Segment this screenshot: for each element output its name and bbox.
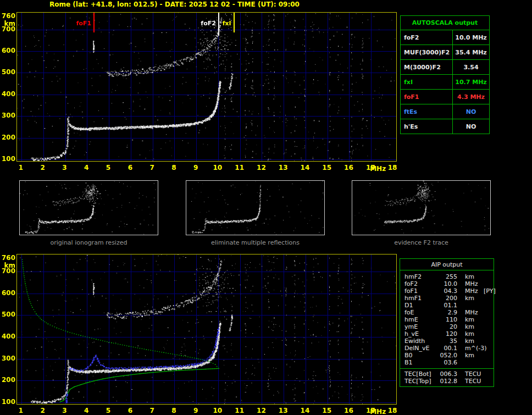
autoscala-row: fxI10.7 MHz: [401, 75, 490, 90]
aip-row: hmE110km: [404, 316, 494, 323]
x-tick-top: 16: [342, 164, 354, 171]
aip-param-name: TEC[Top]: [404, 378, 436, 385]
x-tick-bottom: 18: [386, 407, 398, 414]
y-tick-bottom: 600: [1, 289, 15, 297]
aip-param-unit: m^(-3): [457, 345, 494, 352]
y-tick-top: 600: [1, 47, 15, 54]
x-tick-bottom: 14: [299, 407, 311, 414]
x-tick-top: 13: [277, 164, 289, 171]
aip-output-panel: AIP output hmF2255kmfoF210.0MHzfoF104.3M…: [400, 258, 494, 387]
aip-tec-list: TEC[Bot]006.3TECUTEC[Top]012.8TECU: [400, 368, 494, 386]
x-tick-bottom: 15: [321, 407, 333, 414]
x-tick-top: 14: [299, 164, 311, 171]
x-tick-top: 1: [15, 164, 27, 171]
aip-param-unit: km: [457, 273, 494, 280]
aip-row: B0052.0km: [404, 352, 494, 359]
y-axis-unit-top: km: [1, 20, 15, 27]
caption-eliminate-multiples: eliminate multiple reflections: [186, 239, 325, 246]
aip-row: D101.1: [404, 302, 494, 309]
aip-param-unit: km: [457, 352, 494, 359]
autoscala-row: h'EsNO: [401, 119, 490, 134]
x-tick-bottom: 13: [277, 407, 289, 414]
aip-param-value: 012.8: [436, 378, 457, 385]
aip-row: DelN_vE00.1m^(-3): [404, 345, 494, 352]
x-axis-unit-top: MHz: [370, 165, 382, 173]
x-tick-top: 15: [321, 164, 333, 171]
x-tick-bottom: 4: [80, 407, 92, 414]
aip-param-value: 2.9: [436, 309, 457, 316]
x-tick-top: 12: [255, 164, 267, 171]
aip-param-value: 006.3: [436, 370, 457, 378]
aip-row: Ewidth35km: [404, 337, 494, 345]
x-tick-bottom: 16: [342, 407, 354, 414]
aip-param-value: 00.1: [436, 345, 457, 352]
aip-param-name: h_vE: [404, 330, 436, 337]
y-tick-bottom: 400: [1, 333, 15, 340]
caption-evidence-f2: evidence F2 trace: [352, 239, 491, 246]
aip-row: hmF2255km: [404, 273, 494, 280]
x-tick-top: 8: [168, 164, 180, 171]
aip-param-value: 03.6: [436, 359, 457, 366]
x-tick-bottom: 12: [255, 407, 267, 414]
aip-row: B103.6: [404, 359, 494, 366]
aip-param-value: 04.3: [436, 287, 457, 295]
x-tick-bottom: 8: [168, 407, 180, 414]
y-tick-bottom: 100: [1, 398, 15, 406]
aip-row: TEC[Top]012.8TECU: [404, 378, 494, 385]
aip-param-name: D1: [404, 302, 436, 309]
x-tick-top: 9: [190, 164, 202, 171]
aip-param-name: hmF1: [404, 295, 436, 302]
aip-param-unit: TECU: [457, 378, 494, 385]
aip-param-value: 10.0: [436, 280, 457, 287]
thumbnail-original-ionogram: [19, 180, 158, 235]
x-tick-top: 2: [37, 164, 49, 171]
x-tick-bottom: 1: [15, 407, 27, 414]
aip-param-unit: km: [457, 316, 494, 323]
aip-param-name: DelN_vE: [404, 345, 436, 352]
x-tick-bottom: 6: [124, 407, 136, 414]
aip-param-value: 052.0: [436, 352, 457, 359]
aip-param-value: 20: [436, 323, 457, 330]
aip-param-name: B1: [404, 359, 436, 366]
aip-row: hmF1200km: [404, 295, 494, 302]
aip-row: foE2.9MHz: [404, 309, 494, 316]
aip-param-unit: km: [457, 330, 494, 337]
x-tick-bottom: 10: [212, 407, 224, 414]
autoscala-row: foF14.3 MHz: [401, 90, 490, 104]
y-tick-top: 400: [1, 90, 15, 98]
aip-param-unit: km: [457, 295, 494, 302]
x-tick-top: 5: [102, 164, 114, 171]
aip-row: h_vE120km: [404, 330, 494, 337]
ionogram-canvas-top: [17, 13, 396, 161]
x-tick-bottom: 7: [146, 407, 158, 414]
aip-param-name: B0: [404, 352, 436, 359]
aip-param-unit: km: [457, 323, 494, 330]
thumbnail-canvas-no-multiples: [186, 181, 324, 235]
aip-param-unit: [457, 302, 494, 309]
autoscala-param-value: 4.3 MHz: [453, 90, 490, 104]
ionogram-panel-top: foF1foF2fxI: [16, 12, 397, 162]
x-tick-top: 18: [386, 164, 398, 171]
autoscala-param-value: 35.4 MHz: [453, 45, 490, 60]
autoscala-param-label: h'Es: [401, 119, 453, 134]
aip-param-value: 200: [436, 295, 457, 302]
aip-param-unit: MHz: [457, 309, 494, 316]
autoscala-param-label: fxI: [401, 75, 453, 90]
aip-param-unit: MHz: [457, 280, 494, 287]
aip-parameter-list: hmF2255kmfoF210.0MHzfoF104.3MHz [PY]hmF1…: [400, 270, 494, 367]
y-axis-unit-bottom: km: [1, 262, 15, 269]
aip-param-unit: TECU: [457, 370, 494, 378]
aip-param-name: foE: [404, 309, 436, 316]
aip-param-unit: km: [457, 337, 494, 345]
x-tick-bottom: 9: [190, 407, 202, 414]
thumbnail-canvas-f2-evidence: [352, 181, 490, 235]
aip-param-value: 255: [436, 273, 457, 280]
aip-row: foF210.0MHz: [404, 280, 494, 287]
station-date-time-title: Rome (lat: +41.8, lon: 012.5) - DATE: 20…: [49, 1, 300, 8]
aip-param-unit: MHz [PY]: [457, 287, 496, 295]
y-tick-top: 760: [1, 12, 15, 20]
ionogram-canvas-bottom: [17, 254, 396, 404]
y-tick-bottom: 300: [1, 355, 15, 362]
x-tick-top: 3: [59, 164, 71, 171]
autoscala-header-row: AUTOSCALA output: [401, 16, 490, 30]
